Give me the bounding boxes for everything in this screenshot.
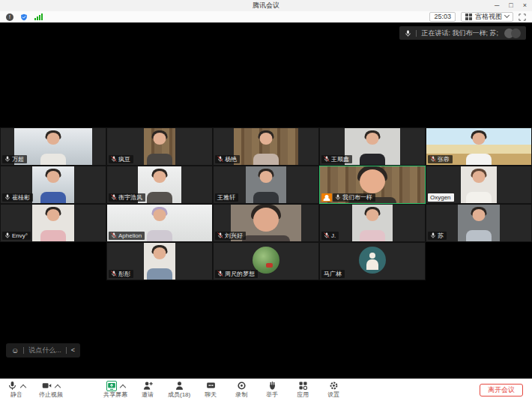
- raise-hand-button[interactable]: 举手: [262, 382, 282, 399]
- participant-tile[interactable]: 王雅轩: [213, 166, 319, 204]
- chat-button[interactable]: 聊天: [200, 382, 221, 399]
- participant-labelrow: 疯豆: [109, 155, 133, 163]
- participant-tile[interactable]: Envy°: [0, 204, 106, 242]
- mic-muted-icon: [111, 194, 117, 200]
- participant-name-label: 马广林: [321, 270, 345, 278]
- minimize-button[interactable]: ─: [495, 2, 499, 9]
- participant-labelrow: 马广林: [321, 270, 345, 278]
- mic-muted-icon: [430, 156, 436, 162]
- participant-name-label: 杨艳: [215, 155, 240, 163]
- apps-button[interactable]: 应用: [292, 382, 313, 399]
- participant-video: [144, 128, 175, 165]
- security-shield-icon[interactable]: [20, 10, 28, 24]
- participant-video: [352, 205, 393, 241]
- participant-name: 周尺的梦想: [225, 271, 255, 277]
- chevron-up-icon[interactable]: [55, 385, 61, 391]
- settings-button[interactable]: 设置: [323, 382, 344, 399]
- participant-video: [461, 166, 497, 203]
- toolbar-item-label: 成员(18): [168, 392, 190, 399]
- maximize-button[interactable]: □: [509, 2, 513, 9]
- participant-name: Envy°: [12, 232, 28, 239]
- participant-tile[interactable]: 我们布一样: [319, 166, 426, 204]
- mic-muted-icon: [217, 271, 223, 277]
- chat-quick-bar: ☺ 说点什么... <: [6, 343, 80, 358]
- camera-button[interactable]: 停止视频: [39, 382, 63, 399]
- mic-muted-icon: [111, 271, 117, 277]
- topbar-right-controls: 25:03 宫格视图: [429, 10, 526, 24]
- mic-icon: [4, 232, 10, 238]
- divider: [66, 347, 67, 354]
- participant-name-label: 彤彤: [109, 270, 133, 278]
- mic-muted-icon: [111, 156, 117, 162]
- participant-name-label: 苏: [428, 232, 447, 240]
- toolbar-item-label: 邀请: [142, 392, 154, 399]
- chat-input[interactable]: 说点什么...: [28, 347, 61, 354]
- meeting-toolbar: 静音停止视频 共享屏幕邀请成员(18)聊天录制举手应用设置 离开会议: [0, 379, 532, 401]
- participant-labelrow: 苏: [428, 232, 447, 240]
- participant-name-label: Oxygen: [428, 193, 454, 202]
- meeting-topbar: ! 25:03 宫格视图: [0, 11, 532, 22]
- divider: [23, 347, 24, 354]
- mic-button[interactable]: 静音: [6, 382, 27, 399]
- chevron-down-icon: [504, 13, 510, 18]
- participant-video: [32, 205, 74, 241]
- toolbar-center-group: 共享屏幕邀请成员(18)聊天录制举手应用设置: [103, 382, 344, 399]
- participant-tile[interactable]: 疯豆: [106, 127, 213, 166]
- fullscreen-button[interactable]: [519, 10, 526, 24]
- network-signal-icon[interactable]: [34, 13, 43, 20]
- participant-tile[interactable]: 崔桂彬: [0, 166, 106, 204]
- participant-name-label: 崔桂彬: [2, 193, 33, 202]
- participant-name-label: Aphelion: [109, 232, 145, 240]
- divider: [416, 30, 417, 37]
- grid-view-icon: [465, 13, 472, 20]
- toolbar-item-label: 设置: [327, 392, 339, 399]
- share-screen-button[interactable]: 共享屏幕: [103, 382, 127, 399]
- speaker-avatars: [504, 28, 521, 38]
- participant-labelrow: 杨艳: [215, 155, 240, 163]
- participant-tile[interactable]: 苏: [426, 204, 532, 242]
- participant-labelrow: 王雅轩: [215, 193, 238, 202]
- participant-name: 疯豆: [118, 156, 130, 163]
- person-silhouette: [352, 205, 393, 241]
- participant-tile[interactable]: 杨艳: [213, 127, 319, 166]
- mic-icon: [430, 232, 436, 238]
- participant-name-label: 万超: [2, 155, 27, 163]
- chevron-up-icon[interactable]: [20, 385, 26, 391]
- view-mode-selector[interactable]: 宫格视图: [461, 12, 513, 22]
- participant-tile[interactable]: J.: [319, 204, 426, 242]
- participant-name-label: 刘兴好: [215, 232, 246, 240]
- participant-name-label: 周尺的梦想: [215, 270, 258, 278]
- participant-labelrow: 衡宇浩风: [109, 193, 145, 202]
- collapse-chat-button[interactable]: <: [71, 347, 75, 354]
- participant-tile[interactable]: 衡宇浩风: [106, 166, 213, 204]
- participant-tile[interactable]: Aphelion: [106, 204, 213, 242]
- person-silhouette: [246, 166, 286, 203]
- participant-name: 张蓉: [438, 156, 450, 163]
- meeting-info-icon[interactable]: !: [6, 13, 13, 21]
- participant-name-label: 衡宇浩风: [109, 193, 145, 202]
- close-button[interactable]: ×: [523, 2, 527, 9]
- participant-tile[interactable]: 周尺的梦想: [213, 242, 319, 280]
- members-button[interactable]: 成员(18): [168, 382, 190, 399]
- participant-tile[interactable]: 万超: [0, 127, 106, 166]
- participant-tile[interactable]: 彤彤: [106, 242, 213, 280]
- emoji-icon[interactable]: ☺: [11, 347, 19, 355]
- chevron-up-icon[interactable]: [119, 385, 125, 391]
- participant-tile[interactable]: 张蓉: [426, 127, 532, 166]
- participant-tile[interactable]: 马广林: [319, 242, 426, 280]
- leave-meeting-button[interactable]: 离开会议: [480, 384, 523, 397]
- participant-video: [144, 243, 175, 280]
- window-title: 腾讯会议: [253, 1, 279, 10]
- person-silhouette: [32, 205, 74, 241]
- participant-tile[interactable]: 刘兴好: [213, 204, 319, 242]
- toolbar-item-label: 举手: [266, 392, 278, 399]
- record-button[interactable]: 录制: [231, 382, 252, 399]
- meeting-stage: 正在讲话: 我们布一样; 苏; 万超疯豆杨艳王顺鑫张蓉崔桂彬衡宇浩风王雅轩我们布…: [0, 22, 532, 379]
- participant-tile[interactable]: 王顺鑫: [319, 127, 426, 166]
- invite-button[interactable]: 邀请: [137, 382, 158, 399]
- mic-icon: [4, 194, 10, 200]
- person-silhouette: [144, 243, 175, 280]
- participant-tile[interactable]: Oxygen: [426, 166, 532, 204]
- video-grid: 万超疯豆杨艳王顺鑫张蓉崔桂彬衡宇浩风王雅轩我们布一样OxygenEnvy°Aph…: [0, 127, 532, 280]
- participant-name: 彤彤: [118, 271, 130, 277]
